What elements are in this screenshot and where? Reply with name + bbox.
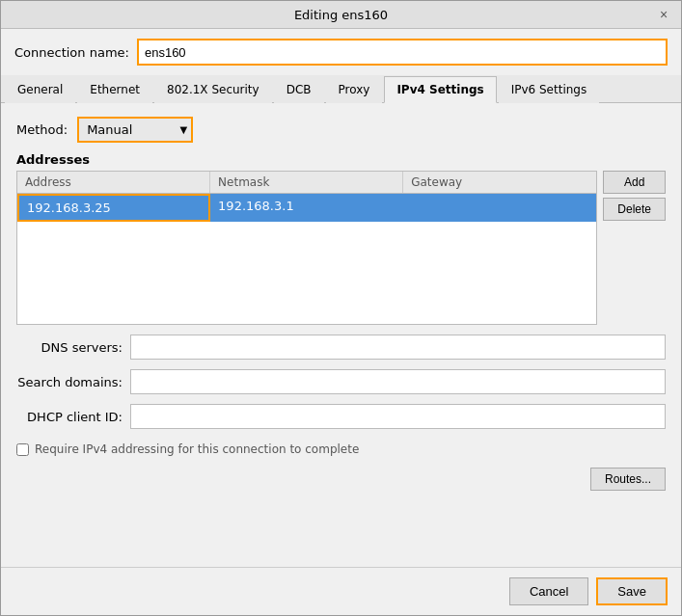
tab-ethernet[interactable]: Ethernet bbox=[77, 76, 152, 103]
dhcp-client-id-input[interactable] bbox=[130, 404, 666, 429]
cell-address: 192.168.3.25 bbox=[17, 194, 210, 222]
tab-general[interactable]: General bbox=[5, 76, 75, 103]
routes-button[interactable]: Routes... bbox=[590, 468, 666, 491]
method-select[interactable]: Manual bbox=[77, 117, 193, 143]
content-area: Method: Manual ▼ Addresses Address Netma… bbox=[1, 103, 681, 567]
tab-dcb[interactable]: DCB bbox=[274, 76, 324, 103]
col-address: Address bbox=[17, 172, 210, 193]
search-domains-row: Search domains: bbox=[16, 369, 666, 394]
require-ipv4-checkbox[interactable] bbox=[16, 443, 29, 456]
tab-ipv6[interactable]: IPv6 Settings bbox=[499, 76, 600, 103]
addresses-table-area: Address Netmask Gateway 192.168.3.25 192… bbox=[16, 171, 666, 325]
cancel-button[interactable]: Cancel bbox=[509, 577, 588, 605]
dhcp-client-id-label: DHCP client ID: bbox=[16, 410, 123, 424]
dns-servers-input[interactable] bbox=[130, 335, 666, 360]
require-ipv4-label: Require IPv4 addressing for this connect… bbox=[35, 442, 359, 456]
require-ipv4-row: Require IPv4 addressing for this connect… bbox=[16, 442, 666, 456]
cell-gateway bbox=[403, 194, 596, 222]
table-buttons: Add Delete bbox=[603, 171, 666, 325]
connection-name-row: Connection name: bbox=[1, 29, 681, 75]
bottom-bar: Cancel Save bbox=[1, 567, 681, 615]
addresses-table: Address Netmask Gateway 192.168.3.25 192… bbox=[16, 171, 597, 325]
routes-row: Routes... bbox=[16, 468, 666, 491]
tabs-bar: General Ethernet 802.1X Security DCB Pro… bbox=[1, 75, 681, 103]
tab-proxy[interactable]: Proxy bbox=[326, 76, 383, 103]
table-header: Address Netmask Gateway bbox=[17, 172, 596, 194]
dialog-title: Editing ens160 bbox=[26, 8, 656, 22]
connection-name-input[interactable] bbox=[137, 39, 668, 66]
dns-servers-label: DNS servers: bbox=[16, 340, 123, 355]
add-button[interactable]: Add bbox=[603, 171, 666, 194]
search-domains-label: Search domains: bbox=[16, 375, 123, 389]
dns-servers-row: DNS servers: bbox=[16, 335, 666, 360]
addresses-title: Addresses bbox=[16, 152, 666, 167]
dhcp-client-id-row: DHCP client ID: bbox=[16, 404, 666, 429]
dialog: Editing ens160 × Connection name: Genera… bbox=[0, 0, 682, 616]
method-select-wrapper: Manual ▼ bbox=[77, 117, 193, 143]
tab-ipv4[interactable]: IPv4 Settings bbox=[384, 76, 496, 103]
search-domains-input[interactable] bbox=[130, 369, 666, 394]
table-row[interactable]: 192.168.3.25 192.168.3.1 bbox=[17, 194, 596, 222]
method-label: Method: bbox=[16, 122, 68, 137]
close-button[interactable]: × bbox=[656, 7, 671, 22]
cell-netmask: 192.168.3.1 bbox=[210, 194, 403, 222]
title-bar: Editing ens160 × bbox=[1, 1, 681, 29]
addresses-section: Addresses Address Netmask Gateway 192.16… bbox=[16, 152, 666, 325]
col-gateway: Gateway bbox=[403, 172, 596, 193]
method-row: Method: Manual ▼ bbox=[16, 117, 666, 143]
col-netmask: Netmask bbox=[210, 172, 403, 193]
tab-8021x[interactable]: 802.1X Security bbox=[154, 76, 272, 103]
save-button[interactable]: Save bbox=[596, 577, 668, 605]
delete-button[interactable]: Delete bbox=[603, 198, 666, 221]
connection-name-label: Connection name: bbox=[14, 45, 129, 60]
